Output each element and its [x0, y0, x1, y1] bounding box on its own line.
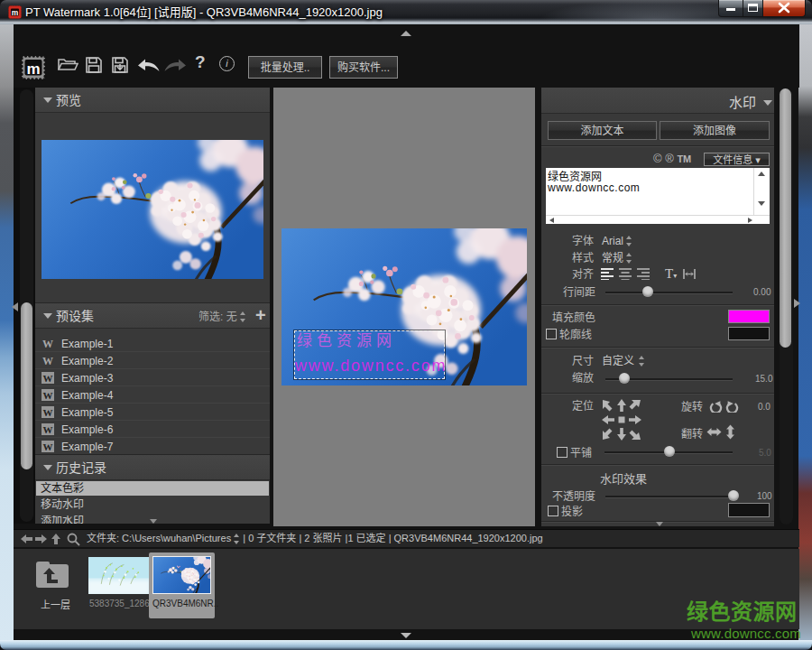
svg-text:W: W	[42, 355, 53, 367]
svg-text:W: W	[43, 390, 53, 401]
svg-text:W: W	[43, 441, 53, 452]
svg-text:m: m	[12, 8, 19, 17]
svg-text:W: W	[43, 424, 53, 435]
svg-text:W: W	[43, 373, 53, 384]
svg-text:W: W	[42, 338, 53, 350]
svg-text:W: W	[43, 407, 53, 418]
